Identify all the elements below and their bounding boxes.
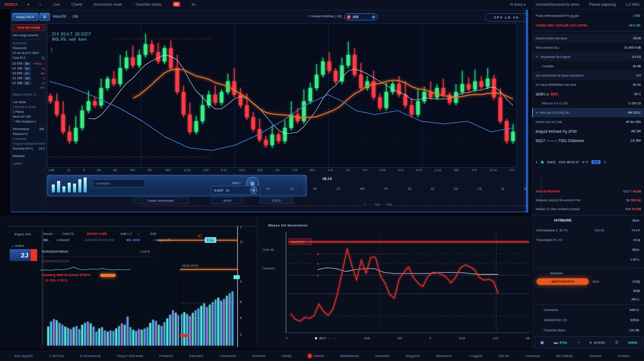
timeframe-item[interactable]: C8 [477, 187, 481, 190]
panel-list-item[interactable]: 50|17 ——— 7361 OGbeensL0 3W [532, 136, 644, 145]
app-logo[interactable]: INDEX [4, 2, 18, 7]
chart-button-1[interactable]: Daase Wavemaker [133, 197, 189, 204]
timeframe-item[interactable]: 9C [384, 187, 388, 190]
panel-list-item[interactable]: Du 9gud W9RNM6n hag 9me00 3X [532, 80, 644, 89]
volume-bars-canvas[interactable] [42, 216, 257, 349]
analytics-search-input[interactable]: 0 Analytics [93, 180, 145, 187]
statusbar-item[interactable]: Extenders [189, 354, 203, 357]
menu-item[interactable]: ⌁ [39, 2, 41, 7]
sidebar-row[interactable]: Research 9 [12, 131, 45, 136]
sidebar-row[interactable]: Resources [12, 46, 45, 50]
table-row[interactable]: 12 3583G-43 [12, 81, 45, 85]
stats-row[interactable]: 1:90:1- [532, 254, 644, 264]
sidebar-row[interactable]: Items 69+1R0 [12, 114, 45, 119]
panel-list-item[interactable]: Cassalto00 4B [532, 61, 644, 71]
statusbar-item[interactable]: Finestund [159, 354, 173, 357]
logo-caret-icon[interactable]: ▾ [27, 2, 29, 7]
toolbar-label[interactable]: Silk [72, 14, 78, 19]
menu-item[interactable]: kv [192, 2, 196, 7]
statusbar-item[interactable]: Irion ter [498, 354, 509, 357]
timeframe-item[interactable]: 1D [290, 187, 294, 190]
stats-row[interactable]: 9500- [532, 245, 644, 254]
menu-item[interactable]: 1:2 4W2 [625, 2, 640, 7]
sidebar-row[interactable]: Balances [12, 154, 45, 158]
panel-list-item[interactable]: brag16 94Goes Fg 1P2IIA5.3R [532, 127, 644, 136]
session-pill[interactable]: 0P9 c⊙ 09 [485, 13, 528, 22]
timeframe-item[interactable]: AM [360, 187, 365, 190]
sidebar-row[interactable]: 67-ms 9y 6r7n 33K6 [12, 50, 45, 55]
statusbar-item[interactable]: Debioters [252, 354, 265, 357]
toolbar-label[interactable]: Waterfill [53, 14, 66, 19]
panel-list-item[interactable]: Dupont locks Imp-gave09:49 [532, 34, 644, 43]
table-row[interactable]: 12 0780R4P600s — [12, 61, 45, 66]
toggle-knob[interactable] [372, 15, 375, 19]
statusbar-item[interactable]: D Grosslomray [80, 354, 101, 357]
orders-label[interactable]: ⟀ Orders [12, 244, 24, 248]
totals-row[interactable]: GENWOOD C95050A [532, 315, 644, 325]
alert-header[interactable]: AEGIS/REFINE010 7 34.69 [532, 187, 644, 196]
ai-toggle-pill[interactable]: 0 AI3 [344, 13, 378, 20]
sub-control-panel[interactable]: 9-AXF IC ◍ [211, 186, 261, 195]
bell-icon[interactable]: ◕WHAND [590, 340, 606, 345]
panel-list-item[interactable]: Mercury 4.9 O 10UC-100 10 [532, 99, 644, 108]
sidebar-row[interactable]: Gold 09.3| | [12, 55, 45, 60]
menu-item[interactable]: Pleses papersig [589, 2, 616, 7]
statusbar-item[interactable]: Whitedateves [340, 354, 359, 357]
timeframe-item[interactable]: 16 [431, 187, 434, 190]
table-row[interactable]: 12 1954W-2 [12, 76, 45, 81]
drop-icon[interactable]: ◔ [577, 340, 579, 345]
sidebar-row[interactable]: 2 Places [12, 109, 45, 114]
alert-row[interactable]: Midways depicts 50-somers P4A30 500.32 [532, 196, 644, 204]
sidebar-row[interactable]: Performance5/8/ [12, 127, 45, 131]
candlestick-canvas[interactable] [47, 24, 516, 167]
sidebar-row[interactable]: Accuracy 4w 4 |19.9 [12, 146, 45, 151]
statusbar-item[interactable]: Inferios [308, 354, 324, 358]
statusbar-item[interactable]: Coverprises [219, 354, 236, 357]
menu-item[interactable]: Live [53, 2, 60, 7]
candlestick-chart[interactable] [47, 23, 517, 168]
menu-item[interactable]: Economics news [94, 2, 122, 7]
stats-row[interactable]: 6Gmswlaws-4. 3C P|021.0574.4.0 [532, 225, 644, 235]
panel-list-item[interactable]: ∿Veysilands 9a Dogme0.5 C0 [532, 52, 644, 61]
panel-list-item[interactable]: W/8½ o OV7,20.1 [532, 89, 644, 99]
sidebar-row[interactable]: Low areas [12, 100, 45, 104]
menu-item[interactable]: Invested/secured-by wires [536, 2, 579, 7]
timeframe-item[interactable]: 2C [337, 187, 341, 190]
menu-item[interactable]: ‹ Override Swtxe [134, 2, 161, 7]
sell-box[interactable] [31, 249, 37, 261]
panel-list-item[interactable]: Iron someones 9p Issue sngngmen0 0 [532, 71, 644, 80]
line-chart-canvas[interactable] [286, 228, 530, 337]
timeframe-item[interactable]: 1M [454, 187, 458, 190]
menu-item[interactable]: N arsec ▸ [510, 2, 526, 7]
orange-action-button[interactable]: 4MRTPSWORTH [537, 278, 589, 285]
statusbar-item[interactable]: Pssyy/ L3bal beset [117, 354, 143, 357]
statusbar-item[interactable]: Infinity) [282, 354, 292, 357]
statusbar-item[interactable]: Euro Spy/y91 [14, 354, 33, 357]
statusbar-item[interactable]: Bio Gettivity [556, 354, 573, 357]
totals-row[interactable]: Comment9450 E [532, 305, 644, 315]
globe-small-icon[interactable]: ◍ [250, 187, 257, 194]
sidebar-row[interactable]: Economics [12, 39, 45, 46]
statusbar-item[interactable]: Covescryd [525, 354, 540, 357]
sidebar-row[interactable]: 4 Access to 3me8 [12, 104, 45, 109]
panel-header-row[interactable]: Posa Intercessored P4 pg pw| 505 [532, 11, 644, 20]
table-row[interactable]: 13 0992A4B9 [12, 71, 45, 76]
sidebar-row[interactable]: Cylains [12, 161, 45, 166]
pill-icon[interactable]: ▬6T0G [554, 340, 567, 345]
statusbar-item[interactable]: Nousrotful [375, 354, 389, 357]
statusbar-item[interactable]: Nergyynia [406, 354, 420, 357]
panel-list-item[interactable]: Dwells 4rg+4G 3de4F 6U 2R0 [532, 117, 644, 127]
sidebar-row[interactable]: Irregular startups terminals [12, 141, 45, 146]
panel-header-row[interactable]: COND-CMG JOPLER CDC:20TRL98 5.3R [532, 20, 644, 30]
footer-label[interactable]: (0/0/4) [629, 341, 637, 344]
panel-list-item[interactable]: ◑Ions con 10Y4 4Q 5A ...M9 32XC [532, 108, 644, 117]
sidebar-row[interactable]: ◔ 09er Analyses 4 [12, 119, 45, 124]
timeframe-item[interactable]: 18 [501, 187, 504, 190]
sidebar-row[interactable]: Balance Klems +1. [12, 92, 45, 97]
sidebar-row[interactable]: Aero weign downed [12, 33, 45, 38]
list-icon-button[interactable]: ≣ [39, 13, 50, 21]
stats-row[interactable]: Pyramides PL C900.8| [532, 235, 644, 245]
statusbar-item[interactable]: *Losgyrat [468, 354, 483, 357]
menu-item[interactable]: Charts [71, 2, 82, 7]
alert-row[interactable]: Wedge 10 30er vended g hyped97# 0.0.59 [532, 204, 644, 213]
